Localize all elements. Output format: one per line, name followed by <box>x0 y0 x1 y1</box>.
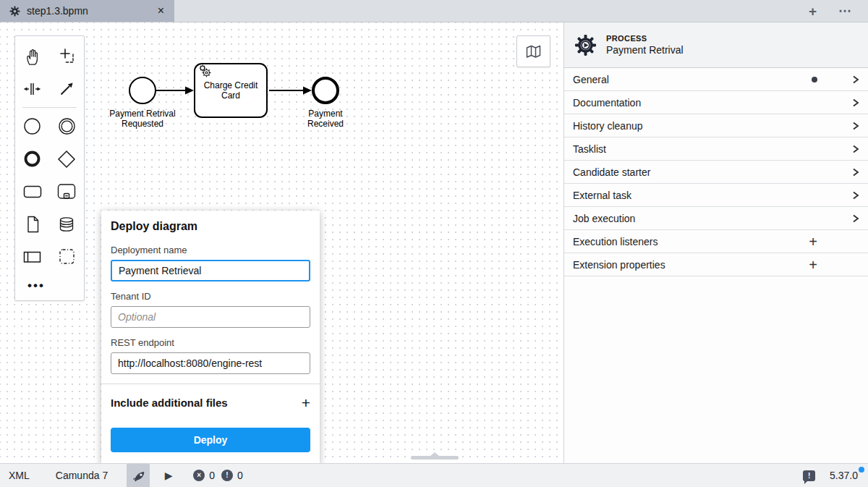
deployment-name-input[interactable] <box>111 260 310 281</box>
camunda-modeler-window: step1.3.bpmn × + ⋯ <box>0 0 868 487</box>
create-group-icon[interactable] <box>50 240 85 273</box>
create-data-store-icon[interactable] <box>50 208 85 240</box>
section-tasklist[interactable]: Tasklist <box>564 137 868 161</box>
start-instance-button[interactable]: ▶ <box>154 464 183 487</box>
end-event-label: Payment Received <box>299 109 352 129</box>
global-connect-tool-icon[interactable] <box>50 72 85 105</box>
create-subprocess-icon[interactable] <box>50 175 85 208</box>
tab-step1-3-bpmn[interactable]: step1.3.bpmn × <box>0 0 174 22</box>
hand-tool-icon[interactable] <box>15 40 50 72</box>
rest-endpoint-label: REST endpoint <box>111 337 310 348</box>
bottom-panel-handle[interactable] <box>411 456 459 460</box>
tab-overflow-icon[interactable]: ⋯ <box>838 4 852 17</box>
start-event-label: Payment Retrival Requested <box>101 109 184 129</box>
add-file-icon[interactable]: + <box>302 395 310 410</box>
feedback-icon[interactable]: ! <box>803 470 815 481</box>
tenant-id-label: Tenant ID <box>111 291 310 302</box>
tab-actions: + ⋯ <box>809 0 868 22</box>
bpmn-file-gear-icon <box>9 6 20 17</box>
xml-toggle[interactable]: XML <box>1 470 37 481</box>
minimap-toggle[interactable] <box>516 35 550 67</box>
deploy-button[interactable]: Deploy <box>111 428 310 452</box>
section-extension-properties[interactable]: Extension properties + <box>564 253 868 276</box>
chevron-right-icon <box>852 190 859 200</box>
deploy-dialog: Deploy diagram Deployment name Tenant ID… <box>101 211 320 463</box>
bpmn-canvas[interactable]: Payment Retrival Requested Charge Credit… <box>0 22 563 463</box>
palette-separator <box>22 107 77 108</box>
chevron-right-icon <box>852 144 859 154</box>
palette: ••• <box>14 35 85 301</box>
deploy-dialog-title: Deploy diagram <box>111 220 310 233</box>
chevron-right-icon <box>852 167 859 177</box>
section-external-task[interactable]: External task <box>564 184 868 207</box>
section-candidate-starter[interactable]: Candidate starter <box>564 161 868 184</box>
warning-count: 0 <box>237 470 243 481</box>
general-data-dot <box>812 77 817 82</box>
space-tool-icon[interactable] <box>15 72 50 105</box>
section-history-cleanup[interactable]: History cleanup <box>564 114 868 137</box>
deploy-tool-button[interactable] <box>127 464 150 487</box>
tab-close-icon[interactable]: × <box>155 5 167 17</box>
tab-title: step1.3.bpmn <box>27 5 148 17</box>
update-available-dot <box>859 467 864 473</box>
create-end-event-icon[interactable] <box>15 143 50 175</box>
rest-endpoint-input[interactable] <box>111 352 310 374</box>
rocket-icon <box>132 469 145 483</box>
chevron-right-icon <box>852 121 859 131</box>
element-name: Payment Retrival <box>606 44 684 56</box>
add-extension-property-icon[interactable]: + <box>809 258 817 272</box>
status-bar: XML Camunda 7 ▶ × 0 ! 0 ! 5.37.0 <box>0 463 868 487</box>
process-icon <box>574 34 597 56</box>
create-intermediate-event-icon[interactable] <box>50 110 85 143</box>
main-area: Payment Retrival Requested Charge Credit… <box>0 22 868 463</box>
section-execution-listeners[interactable]: Execution listeners + <box>564 230 868 253</box>
create-data-object-icon[interactable] <box>15 208 50 240</box>
create-task-icon[interactable] <box>15 175 50 208</box>
lasso-tool-icon[interactable] <box>50 40 85 72</box>
chevron-right-icon <box>852 213 859 224</box>
palette-more-icon[interactable]: ••• <box>15 273 84 299</box>
add-execution-listener-icon[interactable]: + <box>809 234 817 249</box>
chevron-right-icon <box>852 98 859 108</box>
include-additional-files-label: Include additional files <box>111 397 228 409</box>
properties-panel: PROCESS Payment Retrival General Documen… <box>563 22 868 463</box>
warning-badge-icon: ! <box>221 470 233 481</box>
section-documentation[interactable]: Documentation <box>564 91 868 114</box>
section-general[interactable]: General <box>564 68 868 91</box>
version-indicator[interactable]: 5.37.0 <box>830 470 858 481</box>
version-number: 5.37.0 <box>830 470 858 481</box>
properties-panel-header: PROCESS Payment Retrival <box>564 22 868 68</box>
tenant-id-input[interactable] <box>111 306 310 328</box>
tab-bar: step1.3.bpmn × + ⋯ <box>0 0 868 22</box>
new-tab-icon[interactable]: + <box>809 4 817 18</box>
chevron-right-icon <box>852 75 859 85</box>
engine-selector[interactable]: Camunda 7 <box>47 470 116 481</box>
map-icon <box>524 43 543 61</box>
create-participant-icon[interactable] <box>15 240 50 273</box>
problems-toggle[interactable]: × 0 ! 0 <box>193 470 250 481</box>
task-label: Charge Credit Card <box>195 64 267 117</box>
error-badge-icon: × <box>193 470 205 481</box>
create-gateway-icon[interactable] <box>50 143 85 175</box>
error-count: 0 <box>209 470 215 481</box>
create-start-event-icon[interactable] <box>15 110 50 143</box>
deployment-name-label: Deployment name <box>111 245 310 255</box>
element-type-label: PROCESS <box>606 34 684 43</box>
section-job-execution[interactable]: Job execution <box>564 207 868 230</box>
